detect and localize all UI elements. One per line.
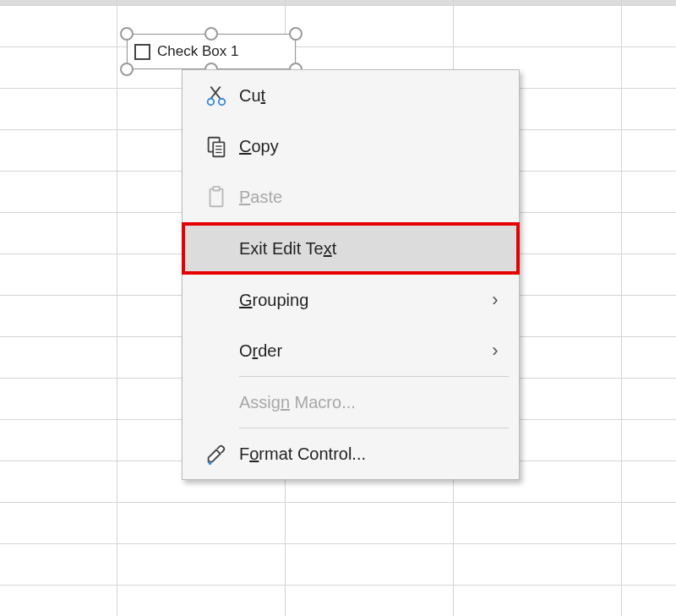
menu-label-cut: Cut bbox=[239, 86, 507, 106]
chevron-right-icon: › bbox=[483, 340, 507, 362]
menu-label-format-control: Format Control... bbox=[239, 444, 507, 464]
checkbox-box[interactable] bbox=[134, 44, 150, 60]
svg-point-3 bbox=[218, 99, 225, 106]
copy-icon bbox=[193, 134, 239, 159]
resize-handle-n[interactable] bbox=[204, 27, 218, 41]
menu-item-exit-edit-text[interactable]: Exit Edit Text bbox=[183, 223, 519, 274]
context-menu: Cut Copy Paste bbox=[182, 69, 520, 480]
menu-item-cut[interactable]: Cut bbox=[183, 70, 519, 121]
resize-handle-nw[interactable] bbox=[120, 27, 134, 41]
menu-label-exit-edit-text: Exit Edit Text bbox=[239, 239, 507, 259]
svg-rect-10 bbox=[213, 187, 220, 191]
checkbox-label: Check Box 1 bbox=[157, 43, 238, 60]
resize-handle-ne[interactable] bbox=[289, 27, 303, 41]
format-icon bbox=[193, 441, 239, 466]
menu-item-grouping[interactable]: Grouping › bbox=[183, 275, 519, 325]
cut-icon bbox=[193, 83, 239, 108]
paste-icon bbox=[193, 184, 239, 210]
menu-label-paste: Paste bbox=[239, 188, 507, 207]
menu-label-order: Order bbox=[239, 341, 483, 361]
svg-rect-9 bbox=[210, 189, 222, 207]
menu-item-format-control[interactable]: Format Control... bbox=[183, 428, 519, 479]
spreadsheet-grid[interactable]: Check Box 1 Cut bbox=[0, 0, 676, 616]
menu-label-assign-macro: Assign Macro... bbox=[239, 393, 507, 412]
checkbox-control[interactable]: Check Box 1 bbox=[127, 34, 296, 69]
svg-point-2 bbox=[207, 99, 214, 106]
resize-handle-sw[interactable] bbox=[120, 63, 134, 76]
menu-item-order[interactable]: Order › bbox=[183, 325, 519, 376]
menu-label-grouping: Grouping bbox=[239, 291, 483, 310]
chevron-right-icon: › bbox=[483, 289, 507, 311]
menu-item-paste: Paste bbox=[183, 172, 519, 222]
menu-item-copy[interactable]: Copy bbox=[183, 121, 519, 172]
menu-item-assign-macro: Assign Macro... bbox=[183, 377, 519, 428]
menu-label-copy: Copy bbox=[239, 137, 507, 156]
